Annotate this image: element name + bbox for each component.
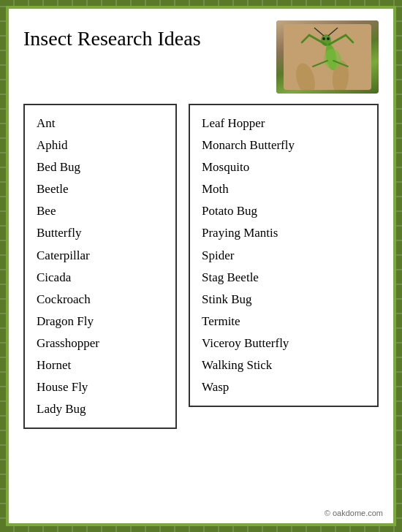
- list-item: Monarch Butterfly: [202, 134, 365, 156]
- list-item: Aphid: [37, 134, 164, 156]
- list-item: Spider: [202, 245, 365, 267]
- list-item: Ant: [37, 113, 164, 134]
- footer-credit: © oakdome.com: [325, 509, 383, 517]
- list-item: Cicada: [37, 267, 164, 289]
- lists-row: AntAphidBed BugBeetleBeeButterflyCaterpi…: [23, 104, 379, 429]
- list-item: Bed Bug: [37, 156, 164, 178]
- list-item: Butterfly: [37, 222, 164, 244]
- list-item: Stink Bug: [202, 289, 365, 311]
- list-item: Termite: [202, 311, 365, 332]
- header-row: Insect Research Ideas: [23, 20, 379, 94]
- list-item: Walking Stick: [202, 354, 365, 376]
- list-item: Lady Bug: [37, 398, 164, 420]
- list-item: Leaf Hopper: [202, 113, 365, 134]
- list-item: Caterpillar: [37, 245, 164, 267]
- list-item: Praying Mantis: [202, 222, 365, 244]
- list-item: Wasp: [202, 376, 365, 398]
- right-list: Leaf HopperMonarch ButterflyMosquitoMoth…: [202, 113, 365, 398]
- svg-point-7: [322, 37, 325, 40]
- outer-border: Insect Research Ideas: [0, 0, 402, 532]
- mantis-svg: [284, 24, 371, 90]
- list-item: Dragon Fly: [37, 311, 164, 332]
- page-title: Insect Research Ideas: [23, 20, 201, 51]
- list-item: Mosquito: [202, 156, 365, 178]
- list-item: Grasshopper: [37, 332, 164, 354]
- praying-mantis-image: [276, 20, 379, 94]
- left-list: AntAphidBed BugBeetleBeeButterflyCaterpi…: [37, 113, 164, 420]
- list-item: Moth: [202, 178, 365, 200]
- list-item: House Fly: [37, 376, 164, 398]
- list-item: Potato Bug: [202, 200, 365, 222]
- list-item: Viceroy Butterfly: [202, 332, 365, 354]
- list-item: Beetle: [37, 178, 164, 200]
- right-list-box: Leaf HopperMonarch ButterflyMosquitoMoth…: [189, 104, 379, 407]
- list-item: Cockroach: [37, 289, 164, 311]
- content-area: Insect Research Ideas: [9, 9, 393, 444]
- svg-point-8: [327, 37, 330, 40]
- list-item: Hornet: [37, 354, 164, 376]
- list-item: Stag Beetle: [202, 267, 365, 289]
- left-list-box: AntAphidBed BugBeetleBeeButterflyCaterpi…: [23, 104, 177, 429]
- list-item: Bee: [37, 200, 164, 222]
- inner-border: Insect Research Ideas: [6, 6, 396, 526]
